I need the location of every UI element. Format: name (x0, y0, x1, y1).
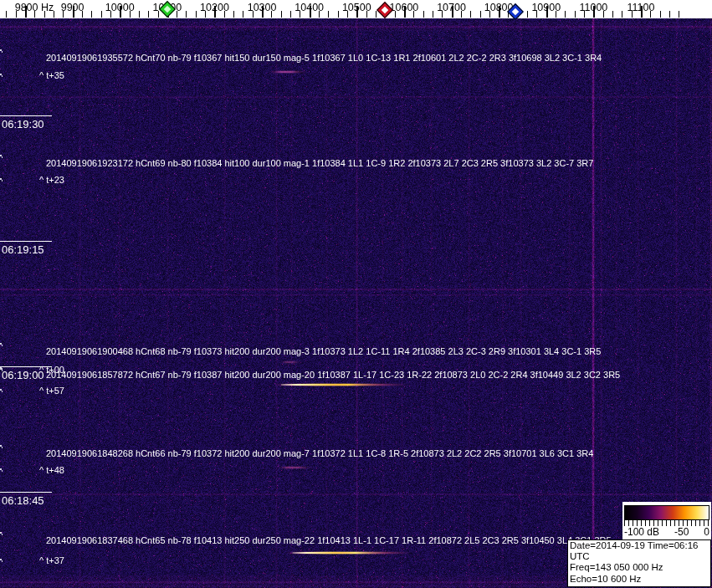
info-echo-frequency: Echo=10 600 Hz (570, 574, 709, 585)
time-tick-label: 06:19:15 (2, 243, 44, 256)
freq-tick-label: 10700 (437, 2, 466, 13)
freq-tick-label: 10600 (390, 2, 419, 13)
marker-center (382, 7, 388, 13)
freq-tick-label: 10900 (531, 2, 561, 13)
marker-center (512, 8, 519, 15)
info-station-id: HPHK (570, 585, 709, 588)
freq-tick-label: 10300 (248, 2, 277, 13)
db-scale-legend: -100 dB -50 0 (622, 502, 711, 539)
time-tick-label: 06:19:00 (2, 369, 44, 381)
freq-tick-label: 9800 Hz (15, 2, 54, 13)
event-time-offset-label: ^ t+35 (39, 70, 64, 80)
freq-tick-label: 9900 (61, 2, 85, 13)
db-gradient-bar (624, 505, 709, 520)
event-time-offset-label: ^ t+23 (39, 175, 64, 185)
freq-tick-label: 10400 (295, 2, 324, 13)
freq-tick-label: 11100 (627, 2, 655, 13)
marker-center (164, 6, 171, 13)
freq-tick-label: 10000 (105, 2, 135, 13)
event-detection-line: 20140919061923172 hCnt69 nb-80 f10384 hi… (46, 158, 593, 168)
freq-tick-label: 11000 (579, 2, 607, 13)
event-time-offset-label: ^ t+37 (39, 555, 64, 565)
event-time-offset-label: ^ t+57 (39, 386, 64, 396)
info-frequency: Freq=143 050 000 Hz (570, 562, 709, 573)
event-detection-line: 20140919061935572 hCnt70 nb-79 f10367 hi… (46, 53, 602, 63)
spectrogram-canvas (0, 0, 712, 588)
info-date-time: Date=2014-09-19 Time=06:16 UTC (570, 540, 709, 562)
event-detection-line: 20140919061900468 hCnt68 nb-79 f10373 hi… (46, 346, 601, 356)
db-gradient-ticks (624, 520, 709, 526)
time-tick-label: 06:19:30 (2, 118, 44, 130)
event-detection-line: 20140919061857872 hCnt67 nb-79 f10387 hi… (46, 370, 620, 380)
status-info-box: Date=2014-09-19 Time=06:16 UTC Freq=143 … (567, 539, 711, 587)
freq-tick-label: 10200 (200, 2, 229, 13)
db-label-mid: -50 (674, 526, 689, 538)
event-time-offset-label: ^ t+48 (39, 465, 64, 475)
meteor-spectrogram-window: 9800 Hz990010000101001020010300104001050… (0, 0, 712, 588)
freq-tick-label: 10500 (342, 2, 371, 13)
time-tick-label: 06:18:45 (2, 494, 44, 507)
event-detection-line: 20140919061848268 hCnt66 nb-79 f10372 hi… (46, 448, 593, 458)
db-label-max: 0 (704, 526, 709, 538)
db-scale-labels: -100 dB -50 0 (624, 526, 709, 538)
db-label-min: -100 dB (624, 526, 659, 538)
event-detection-line: 20140919061837468 hCnt65 nb-78 f10413 hi… (46, 535, 612, 545)
